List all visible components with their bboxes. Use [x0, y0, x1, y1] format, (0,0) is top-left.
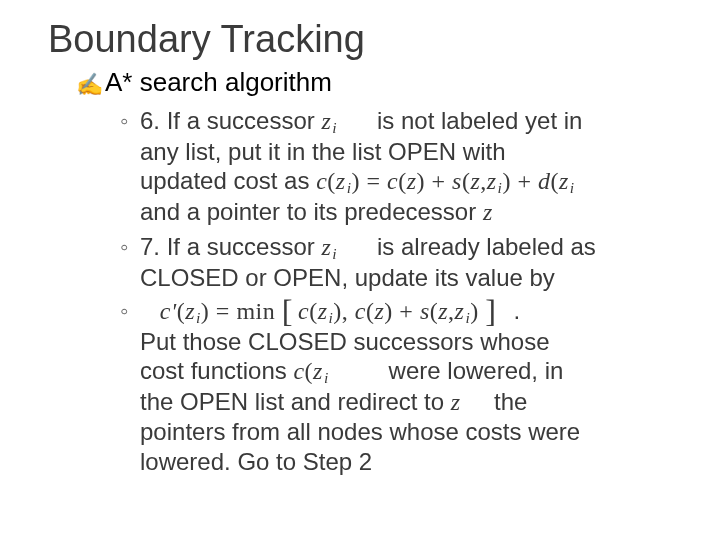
item-7: 7. If a successor zi is already labeled …	[120, 232, 680, 292]
trailing-dot: .	[514, 297, 525, 324]
slide-title: Boundary Tracking	[48, 18, 680, 61]
item-6-line2: any list, put it in the list OPEN with	[140, 138, 505, 165]
item-7-text-b: is already labeled as	[377, 233, 596, 260]
subhead-text: A* search algorithm	[105, 67, 332, 98]
item-6-text-a: 6. If a successor	[140, 107, 315, 134]
closing-3a: the OPEN list and redirect to	[140, 388, 444, 415]
closing-1: Put those CLOSED successors whose	[140, 328, 550, 355]
math-zi-1: zi	[321, 108, 343, 134]
item-6-line4a: and a pointer to its predecessor	[140, 198, 476, 225]
closing-5: lowered. Go to Step 2	[140, 448, 372, 475]
hand-icon: ✍	[76, 72, 103, 98]
item-7-line2: CLOSED or OPEN, update its value by	[140, 264, 555, 291]
bullet-list: 6. If a successor zi is not labeled yet …	[120, 106, 680, 476]
closing-2a: cost functions	[140, 357, 287, 384]
math-z-redirect: z	[451, 389, 461, 415]
item-6-text-b: is not labeled yet in	[377, 107, 582, 134]
item-7-text-a: 7. If a successor	[140, 233, 315, 260]
closing-2b: were lowered, in	[389, 357, 564, 384]
closing-3b: the	[494, 388, 527, 415]
math-z-pred: z	[483, 199, 493, 225]
math-zi-2: zi	[321, 234, 343, 260]
min-equation: c'(zi) = min [ c(zi), c(z) + s(z,zi) ]	[153, 298, 501, 324]
subhead-row: ✍ A* search algorithm	[76, 67, 680, 98]
slide: Boundary Tracking ✍ A* search algorithm …	[0, 0, 720, 540]
math-czi: c(zi	[293, 358, 335, 384]
closing-4: pointers from all nodes whose costs were	[140, 418, 580, 445]
item-6-line3: updated cost as	[140, 167, 309, 194]
cost-equation: c(zi) = c(z) + s(z,zi) + d(zi	[316, 168, 575, 194]
item-6: 6. If a successor zi is not labeled yet …	[120, 106, 680, 228]
item-min-eq: c'(zi) = min [ c(zi), c(z) + s(z,zi) ] .…	[120, 296, 680, 476]
